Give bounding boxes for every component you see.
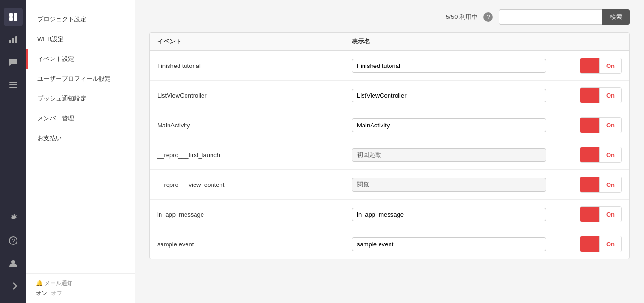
table-row: in_app_message On (150, 200, 629, 229)
display-name-cell-2 (352, 118, 546, 132)
search-input[interactable] (499, 9, 602, 25)
svg-text:?: ? (12, 238, 15, 244)
toggle-cell-0: On (546, 58, 622, 74)
table-header: イベント 表示名 (150, 33, 629, 51)
display-name-cell-4 (352, 178, 546, 192)
display-name-input-4[interactable] (352, 178, 546, 192)
toggle-switch-1[interactable]: On (580, 87, 622, 103)
toggle-on-label-4: On (599, 177, 621, 192)
search-button[interactable]: 検索 (602, 9, 630, 25)
event-table: イベント 表示名 Finished tutorial On ListViewCo… (149, 32, 630, 259)
header-event: イベント (157, 37, 352, 46)
help-circle-icon[interactable]: ? (483, 12, 493, 22)
table-row: __repro___first_launch On (150, 140, 629, 170)
event-name-6: sample event (157, 241, 352, 248)
settings-nav-icon[interactable] (4, 209, 23, 227)
toggle-cell-4: On (546, 177, 622, 193)
notification-toggles: オン オフ (36, 289, 125, 297)
toggle-switch-4[interactable]: On (580, 177, 622, 193)
toggle-switch-5[interactable]: On (580, 206, 622, 222)
sidebar-item-payment[interactable]: お支払い (26, 128, 135, 148)
svg-rect-6 (15, 36, 17, 43)
svg-rect-1 (14, 13, 17, 17)
display-name-input-1[interactable] (352, 89, 546, 102)
arrow-nav-icon[interactable] (4, 277, 23, 295)
display-name-cell-1 (352, 89, 546, 102)
toggle-cell-5: On (546, 206, 622, 222)
sidebar-item-event-settings[interactable]: イベント設定 (26, 49, 135, 69)
help-nav-icon[interactable]: ? (4, 231, 23, 250)
display-name-input-0[interactable] (352, 59, 546, 73)
svg-rect-4 (9, 40, 11, 43)
table-row: Finished tutorial On (150, 51, 629, 81)
toggle-on-label-0: On (599, 58, 621, 73)
display-name-input-3[interactable] (352, 148, 546, 162)
sidebar-item-web-settings[interactable]: WEB設定 (26, 29, 135, 49)
toggle-red-4 (580, 177, 599, 192)
user-nav-icon[interactable] (4, 254, 23, 273)
toggle-switch-0[interactable]: On (580, 58, 622, 74)
toggle-on-label-5: On (599, 207, 621, 222)
sidebar-notification-section: 🔔 メール通知 オン オフ (26, 273, 135, 303)
header-toggle (546, 37, 622, 46)
event-name-4: __repro___view_content (157, 181, 352, 188)
toggle-red-2 (580, 118, 599, 133)
grid-nav-icon[interactable] (4, 8, 23, 26)
svg-rect-2 (9, 17, 13, 21)
svg-rect-0 (9, 13, 13, 17)
toggle-switch-3[interactable]: On (580, 147, 622, 163)
toggle-on-label-2: On (599, 118, 621, 133)
top-bar: 5/50 利用中 ? 検索 (149, 9, 630, 25)
main-content: 5/50 利用中 ? 検索 イベント 表示名 Finished tutorial… (135, 0, 644, 303)
sidebar-menu: プロジェクト設定 WEB設定 イベント設定 ユーザープロフィール設定 プッシュ通… (26, 0, 135, 273)
display-name-input-6[interactable] (352, 237, 546, 251)
sidebar-item-push-notification[interactable]: プッシュ通知設定 (26, 89, 135, 109)
toggle-on-label-6: On (599, 236, 621, 252)
display-name-input-5[interactable] (352, 208, 546, 221)
svg-point-12 (11, 260, 15, 264)
sidebar-item-project-settings[interactable]: プロジェクト設定 (26, 9, 135, 29)
toggle-cell-6: On (546, 236, 622, 252)
event-name-1: ListViewController (157, 92, 352, 99)
toggle-on-label-3: On (599, 147, 621, 162)
display-name-cell-3 (352, 148, 546, 162)
toggle-red-5 (580, 207, 599, 222)
notification-label: 🔔 メール通知 (36, 279, 125, 287)
table-body: Finished tutorial On ListViewController … (150, 51, 629, 259)
usage-text: 5/50 利用中 (446, 13, 478, 21)
toggle-red-3 (580, 147, 599, 162)
event-name-5: in_app_message (157, 211, 352, 218)
svg-rect-9 (9, 87, 17, 88)
svg-rect-8 (9, 84, 17, 85)
event-name-0: Finished tutorial (157, 62, 352, 69)
toggle-cell-3: On (546, 147, 622, 163)
toggle-red-6 (580, 236, 599, 252)
table-row: sample event On (150, 229, 629, 259)
toggle-cell-1: On (546, 87, 622, 103)
toggle-switch-6[interactable]: On (580, 236, 622, 252)
display-name-cell-0 (352, 59, 546, 73)
sidebar: プロジェクト設定 WEB設定 イベント設定 ユーザープロフィール設定 プッシュ通… (26, 0, 135, 303)
toggle-red-0 (580, 58, 599, 73)
display-name-cell-5 (352, 208, 546, 221)
icon-bar: ? (0, 0, 26, 303)
notification-on-label[interactable]: オン (36, 289, 47, 297)
header-display-name: 表示名 (352, 37, 546, 46)
svg-rect-7 (9, 82, 17, 83)
list-nav-icon[interactable] (4, 76, 23, 94)
display-name-input-2[interactable] (352, 118, 546, 132)
toggle-red-1 (580, 88, 599, 103)
notification-off-label[interactable]: オフ (51, 289, 62, 297)
display-name-cell-6 (352, 237, 546, 251)
chat-nav-icon[interactable] (4, 53, 23, 72)
toggle-switch-2[interactable]: On (580, 117, 622, 133)
search-wrapper: 検索 (499, 9, 630, 25)
table-row: __repro___view_content On (150, 170, 629, 200)
chart-nav-icon[interactable] (4, 30, 23, 49)
event-name-3: __repro___first_launch (157, 152, 352, 159)
toggle-on-label-1: On (599, 88, 621, 103)
toggle-cell-2: On (546, 117, 622, 133)
sidebar-item-user-profile[interactable]: ユーザープロフィール設定 (26, 69, 135, 89)
sidebar-item-member-management[interactable]: メンバー管理 (26, 109, 135, 128)
table-row: ListViewController On (150, 81, 629, 110)
